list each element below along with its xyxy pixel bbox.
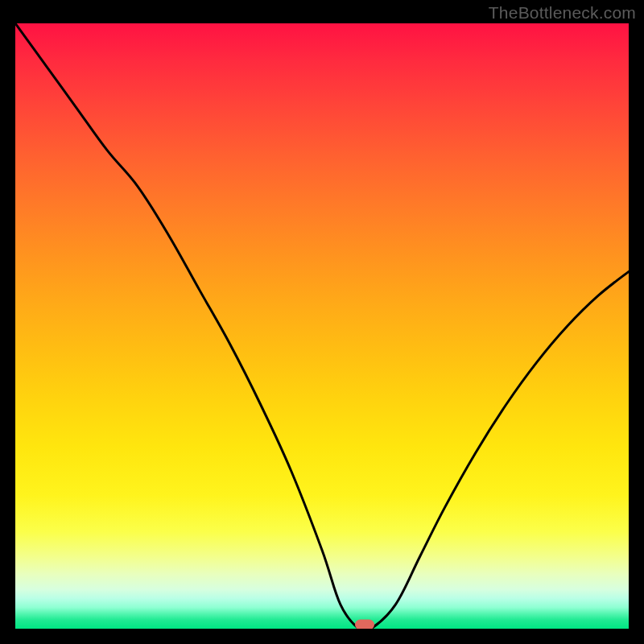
chart-frame: TheBottleneck.com [0,0,644,644]
optimum-marker [355,620,374,630]
plot-area [15,23,629,629]
bottleneck-curve [15,23,629,629]
watermark-text: TheBottleneck.com [489,3,636,23]
